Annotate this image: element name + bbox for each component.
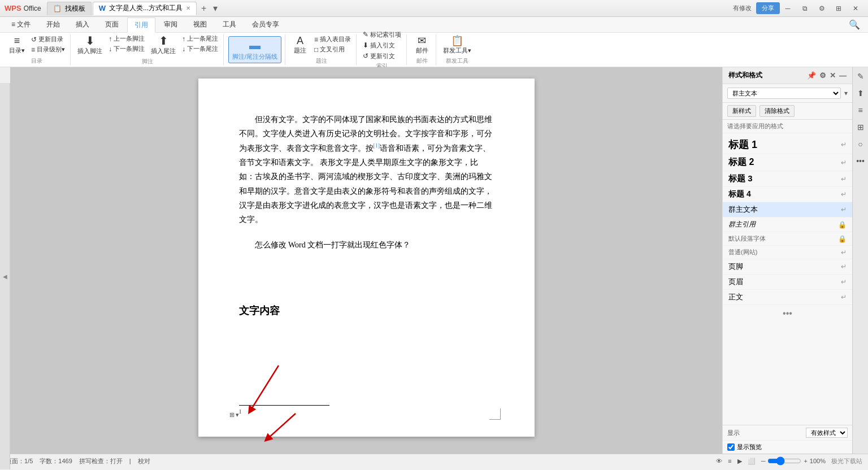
next-endnote-label: 下一条尾注 [187,45,218,53]
panel-close-icon[interactable]: ✕ [830,71,836,80]
panel-settings-icon[interactable]: ⚙ [819,71,826,80]
document-area[interactable]: 但没有文字。文字的不同体现了国家和民族的书面表达的方式和思维不同。文字使人类进入… [10,67,722,454]
collapse-icon: ◀ [2,273,8,280]
view-icon[interactable]: 👁 [716,458,722,464]
clear-format-button[interactable]: 清除格式 [760,105,795,117]
footnote-separator-label: 脚注/尾注分隔线 [232,53,277,61]
style-name-quote: 群主引用 [728,220,756,229]
insert-footnote-button[interactable]: ⬇ 插入脚注 [75,34,105,56]
display-select[interactable]: 有效样式 [806,428,848,438]
style-item-footer[interactable]: 页脚 ↵ [723,259,852,275]
tab-insert[interactable]: 插入 [68,17,97,32]
style-item-body-text[interactable]: 正文 ↵ [723,290,852,305]
ribbon: ≡ 文件 开始 插入 页面 引用 审阅 视图 工具 会员专享 🔍 ≡ 目录▾ ↺… [0,17,868,67]
style-icon-footer: ↵ [841,263,847,271]
tab-reference[interactable]: 引用 [127,18,155,33]
ribbon-search-icon[interactable]: 🔍 [844,19,865,30]
section-heading[interactable]: 文字内容 [239,302,494,320]
right-sidebar-icon-1[interactable]: ✎ [857,69,864,83]
tab-member[interactable]: 会员专享 [245,17,287,32]
group-toc-label: 目录 [31,57,42,65]
right-sidebar-icon-4[interactable]: ⊞ [857,120,864,134]
group-index: ✎ 标记索引项 ⬇ 插入引文 ↺ 更新引文 索引 [358,34,407,65]
update-toc-button[interactable]: ↺ 更新目录 [29,34,67,44]
prev-endnote-button[interactable]: ↑ 上一条尾注 [180,34,220,43]
tab-template[interactable]: 📋 找模板 [47,2,92,15]
right-sidebar-icon-6[interactable]: ••• [856,154,865,168]
new-tab-button[interactable]: + [198,3,210,14]
statusbar-separator: | [129,458,131,464]
zoom-in-icon[interactable]: + [804,458,807,464]
update-citation-button[interactable]: ↺ 更新引文 [361,51,403,61]
tab-view[interactable]: 视图 [186,17,214,32]
share-button[interactable]: 分享 [756,2,780,14]
prev-footnote-button[interactable]: ↑ 上一条脚注 [107,34,146,43]
tab-file[interactable]: ≡ 文件 [4,17,38,32]
annotation-arrow-2 [262,411,318,445]
right-sidebar-icon-5[interactable]: ○ [858,137,862,151]
play-icon[interactable]: ▶ [737,458,742,465]
tab-tools[interactable]: 工具 [215,17,244,32]
style-name-h1: 标题 1 [728,138,757,151]
style-item-h1[interactable]: 标题 1 ↵ [723,136,852,154]
layout-icon[interactable]: ≡ [728,458,731,464]
doc-handle[interactable]: ⊞ ▾ [229,410,240,421]
insert-table-toc-button[interactable]: ≡ 插入表目录 [313,34,353,44]
tab-document[interactable]: W 文字是人类...方式和工具 ✕ [93,2,197,15]
new-style-button[interactable]: 新样式 [727,105,756,117]
cross-reference-button[interactable]: □ 文叉引用 [313,45,353,54]
style-item-h2[interactable]: 标题 2 ↵ [723,154,852,171]
insert-endnote-button[interactable]: ⬆ 插入尾注 [149,34,178,56]
wps-logo: WPS [5,4,21,12]
toc-label: 目录▾ [9,46,25,55]
insert-citation-button[interactable]: ⬇ 插入引文 [361,41,403,50]
toc-button[interactable]: ≡ 目录▾ [7,34,27,56]
style-item-h3[interactable]: 标题 3 ↵ [723,171,852,187]
style-item-default[interactable]: 默认段落字体 🔒 [723,232,852,246]
fullscreen-icon[interactable]: ⬜ [748,458,756,465]
style-item-body[interactable]: 群主文本 ↵ [723,202,852,217]
style-icon-h4: ↵ [841,190,847,198]
proofread-label[interactable]: 校对 [138,457,150,465]
minimize-button[interactable]: ─ [780,2,796,15]
close-button[interactable]: ✕ [848,2,863,15]
style-item-quote[interactable]: 群主引用 🔒 [723,217,852,232]
toc-level-button[interactable]: ≡ 目录级别▾ [29,45,67,54]
tab-start[interactable]: 开始 [39,17,67,32]
show-preview-container: 显示预览 [723,440,852,454]
expand-button[interactable]: ⊞ [831,2,847,15]
style-dropdown-icon[interactable]: ▾ [844,89,848,97]
zoom-slider[interactable] [767,456,801,465]
style-item-header[interactable]: 页眉 ↵ [723,275,852,290]
next-footnote-button[interactable]: ↓ 下一条脚注 [107,44,146,54]
mass-mail-button[interactable]: 📋 群发工具▾ [441,34,474,56]
panel-pin-icon[interactable]: 📌 [807,71,816,80]
style-name-normal-web: 普通(网站) [728,248,757,256]
mail-button[interactable]: ✉ 邮件 [412,34,432,56]
panel-footer: 显示 有效样式 [723,425,852,440]
left-sidebar-toggle[interactable]: ◀ [0,83,10,469]
next-endnote-button[interactable]: ↓ 下一条尾注 [180,44,220,54]
style-item-normal-web[interactable]: 普通(网站) ↵ [723,246,852,259]
page-content[interactable]: 但没有文字。文字的不同体现了国家和民族的书面表达的方式和思维不同。文字使人类进入… [239,112,494,417]
tab-page[interactable]: 页面 [98,17,126,32]
style-item-h4[interactable]: 标题 4 ↵ [723,187,852,202]
panel-expand-icon[interactable]: — [839,71,847,80]
right-sidebar-icon-3[interactable]: ≡ [858,103,862,117]
more-styles-button[interactable]: ••• [723,305,852,322]
right-sidebar-icon-2[interactable]: ⬆ [857,86,864,100]
tab-nav-icon[interactable]: ▾ [211,3,220,14]
tab-review[interactable]: 审阅 [157,17,185,32]
has-modify-button[interactable]: 有修改 [733,4,752,12]
settings-button[interactable]: ⚙ [814,2,830,15]
paragraph-1[interactable]: 但没有文字。文字的不同体现了国家和民族的书面表达的方式和思维不同。文字使人类进入… [239,112,494,227]
restore-button[interactable]: ⧉ [797,2,813,15]
show-preview-checkbox[interactable] [727,443,735,451]
caption-button[interactable]: A 题注 [290,34,310,56]
style-selector[interactable]: 群主文本 [727,88,841,99]
zoom-out-icon[interactable]: ─ [761,458,766,464]
footnote-separator-button[interactable]: ▬ 脚注/尾注分隔线 [228,36,281,63]
mark-index-button[interactable]: ✎ 标记索引项 [361,30,403,40]
tab-close-icon[interactable]: ✕ [186,5,190,11]
paragraph-question[interactable]: 怎么修改 Word 文档一打字就出现红色字体？ [239,238,494,252]
